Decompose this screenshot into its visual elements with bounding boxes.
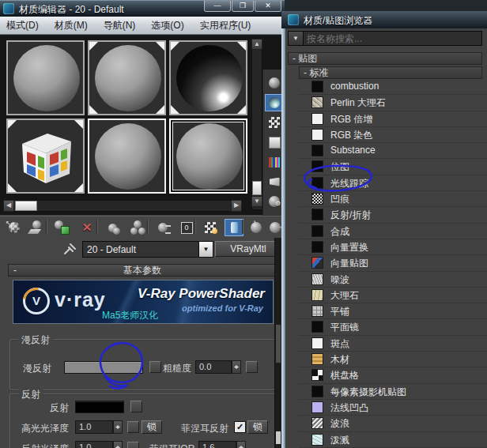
map-list-item-0[interactable]: combustion — [299, 79, 487, 95]
sample-slot-5[interactable] — [88, 119, 166, 194]
sample-scroll-up-icon[interactable]: ▲ — [251, 39, 262, 50]
editor-vscrollbar[interactable] — [274, 238, 281, 448]
sample-sphere — [13, 45, 80, 111]
material-name-dropdown[interactable]: 20 - Default ▼ — [82, 241, 213, 258]
sample-hscroll-thumb[interactable] — [15, 201, 37, 211]
put-material-to-scene-icon[interactable] — [27, 219, 46, 236]
make-unique-icon[interactable] — [128, 219, 147, 236]
diffuse-map-button[interactable] — [149, 361, 161, 373]
map-list-item-3[interactable]: RGB 染色 — [299, 127, 487, 143]
map-item-label: 每像素摄影机贴图 — [330, 386, 406, 399]
map-item-label: combustion — [330, 81, 379, 92]
hilight-lock-button[interactable]: 锁 — [142, 420, 162, 434]
sample-slot-1[interactable] — [6, 40, 85, 115]
refl-gloss-spinner[interactable] — [113, 441, 123, 448]
sample-slot-2[interactable] — [88, 40, 166, 115]
sample-scroll-right-icon[interactable]: ▶ — [231, 200, 242, 212]
editor-vscroll-thumb[interactable] — [276, 325, 281, 363]
map-list-item-10[interactable]: 向量置换 — [299, 239, 487, 255]
map-list-item-22[interactable]: 泼溅 — [299, 432, 487, 448]
menu-item-2[interactable]: 导航(N) — [104, 19, 136, 32]
map-list-item-7[interactable]: 凹痕 — [299, 191, 487, 207]
close-button[interactable]: ✕ — [255, 1, 281, 12]
fresnel-ior-field[interactable]: 1.6 — [198, 441, 236, 448]
map-item-label: RGB 染色 — [330, 129, 372, 142]
hilight-gloss-spinner[interactable] — [113, 420, 123, 434]
refl-gloss-label: 反射光泽度 — [21, 442, 69, 448]
hot-corner-mark — [156, 42, 164, 51]
menu-item-3[interactable]: 选项(O) — [151, 19, 183, 32]
refl-gloss-map-button[interactable] — [127, 442, 139, 448]
roughness-map-button[interactable] — [246, 361, 258, 373]
sample-slot-4[interactable] — [6, 119, 85, 194]
map-list-item-17[interactable]: 木材 — [299, 352, 487, 367]
make-material-copy-icon[interactable] — [103, 219, 122, 236]
map-list-item-2[interactable]: RGB 倍增 — [299, 111, 487, 127]
go-to-parent-icon[interactable]: ↑ — [247, 219, 266, 236]
sample-slot-3[interactable] — [169, 40, 247, 115]
reflect-map-button[interactable] — [130, 401, 142, 412]
rollout-collapse-icon[interactable]: - — [13, 265, 17, 277]
map-list-item-13[interactable]: 大理石 — [299, 288, 487, 303]
menu-item-1[interactable]: 材质(M) — [55, 19, 88, 32]
put-to-library-icon[interactable] — [153, 219, 172, 236]
pick-material-eyedropper-icon[interactable] — [63, 241, 76, 255]
map-list-item-11[interactable]: 向量贴图 — [299, 255, 487, 271]
black-swatch-icon — [311, 225, 323, 237]
map-list-item-21[interactable]: 波浪 — [299, 416, 487, 431]
map-list-item-16[interactable]: 斑点 — [299, 336, 487, 352]
browser-titlebar[interactable]: 材质/贴图浏览器 — [281, 11, 487, 28]
sample-scroll-left-icon[interactable]: ◀ — [3, 200, 14, 212]
sample-scroll-down-icon[interactable]: ▼ — [251, 196, 262, 207]
minimize-button[interactable]: — — [204, 1, 231, 12]
roughness-field[interactable]: 0.0 — [195, 360, 232, 374]
show-shaded-material-in-viewport-icon[interactable] — [201, 219, 220, 236]
sample-vscroll-thumb[interactable] — [252, 181, 262, 195]
reflect-color-swatch[interactable] — [75, 401, 124, 413]
hot-corner-mark — [237, 42, 246, 51]
map-list-item-12[interactable]: 噪波 — [299, 272, 487, 288]
assign-material-to-selection-icon[interactable] — [52, 219, 71, 236]
roughness-spinner[interactable] — [232, 360, 241, 374]
basic-params-rollout[interactable]: - 基本参数 — [8, 264, 277, 277]
dropdown-arrow-icon[interactable]: ▼ — [198, 242, 213, 257]
material-id-channel-icon[interactable]: 0 — [177, 219, 196, 236]
map-list-item-14[interactable]: 平铺 — [299, 303, 487, 319]
map-list-item-9[interactable]: 合成 — [299, 224, 487, 239]
fresnel-checkbox[interactable]: ✓ — [234, 421, 246, 433]
map-list-item-20[interactable]: 法线凹凸 — [299, 400, 487, 416]
map-list-item-6[interactable]: 光线跟踪 — [299, 175, 487, 191]
map-list-item-4[interactable]: Substance — [299, 143, 487, 159]
map-list-item-5[interactable]: 位图 — [299, 159, 487, 175]
refl-gloss-field[interactable]: 1.0 — [75, 441, 113, 448]
fresnel-lock-button[interactable]: 锁 — [247, 420, 268, 434]
material-type-button[interactable]: VRayMtl — [215, 241, 281, 257]
fresnel-ior-spinner[interactable] — [236, 441, 246, 448]
diffuse-color-swatch[interactable] — [64, 361, 143, 374]
sample-hscroll[interactable] — [3, 200, 242, 212]
maps-rollout[interactable]: - 贴图 — [288, 52, 482, 65]
map-list-item-15[interactable]: 平面镜 — [299, 319, 487, 335]
restore-button[interactable]: ❐ — [232, 1, 254, 12]
map-list-item-19[interactable]: 每像素摄影机贴图 — [299, 384, 487, 400]
hilight-gloss-field[interactable]: 1.0 — [75, 420, 113, 434]
search-input[interactable] — [304, 32, 481, 45]
editor-titlebar[interactable]: 材质编辑器 - 20 - Default — ❐ ✕ — [0, 1, 285, 17]
menu-item-0[interactable]: 模式(D) — [6, 19, 39, 32]
show-end-result-icon[interactable] — [225, 219, 244, 236]
map-item-label: 平面镜 — [330, 321, 359, 334]
reset-material-icon[interactable]: ✕ — [77, 219, 96, 236]
hilight-gloss-map-button[interactable] — [127, 421, 139, 433]
map-item-label: 噪波 — [330, 273, 349, 287]
map-list-item-1[interactable]: Perlin 大理石 — [299, 95, 487, 111]
standard-rollout[interactable]: - 标准 — [299, 66, 482, 79]
toolbar-separator — [96, 220, 97, 234]
map-item-label: 泼溅 — [330, 434, 349, 447]
map-list-item-8[interactable]: 反射/折射 — [299, 207, 487, 223]
toolbar-separator — [147, 220, 148, 234]
get-material-icon[interactable]: ↖ — [5, 219, 24, 236]
map-list-item-18[interactable]: 棋盘格 — [299, 367, 487, 383]
sample-slot-6[interactable] — [169, 119, 247, 194]
search-options-dropdown-icon[interactable]: ▼ — [289, 32, 304, 45]
menu-item-4[interactable]: 实用程序(U) — [200, 19, 251, 32]
